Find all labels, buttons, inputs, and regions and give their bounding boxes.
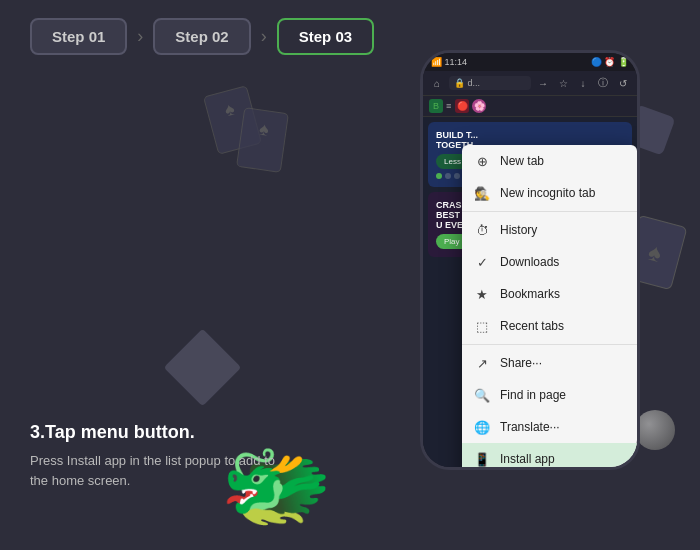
step-3-button[interactable]: Step 03 (277, 18, 374, 55)
downloads-icon: ✓ (474, 254, 490, 270)
menu-item-recent-tabs[interactable]: ⬚ Recent tabs (462, 310, 637, 342)
sphere-deco (635, 410, 675, 450)
menu-item-bookmarks[interactable]: ★ Bookmarks (462, 278, 637, 310)
bookmarks-icon: ★ (474, 286, 490, 302)
reload-icon[interactable]: ↺ (615, 75, 631, 91)
phone: 📶 11:14 🔵 ⏰ 🔋 ⌂ 🔒 d... → ☆ ↓ ⓘ ↺ B ≡ (420, 50, 640, 470)
steps-bar: Step 01 › Step 02 › Step 03 (0, 0, 700, 73)
tab-1[interactable]: B ≡ (429, 99, 451, 113)
menu-item-new-tab[interactable]: ⊕ New tab (462, 145, 637, 177)
menu-item-recent-tabs-label: Recent tabs (500, 319, 564, 333)
menu-item-new-tab-label: New tab (500, 154, 544, 168)
tab-2-icon: 🔴 (455, 99, 469, 113)
context-menu: ⊕ New tab 🕵 New incognito tab ⏱ History … (462, 145, 637, 467)
info-icon[interactable]: ⓘ (595, 75, 611, 91)
menu-item-incognito-label: New incognito tab (500, 186, 595, 200)
menu-item-history-label: History (500, 223, 537, 237)
menu-item-find-in-page[interactable]: 🔍 Find in page (462, 379, 637, 411)
step-1-button[interactable]: Step 01 (30, 18, 127, 55)
browser-content: BUILD T...TOGETH... Less Pla... CRASH G.… (423, 117, 637, 467)
tab-1-icon: B (429, 99, 443, 113)
tabs-bar: B ≡ 🔴 🌸 (423, 96, 637, 117)
bottom-text-block: 3.Tap menu button. Press Install app in … (30, 422, 290, 490)
step-2-button[interactable]: Step 02 (153, 18, 250, 55)
history-icon: ⏱ (474, 222, 490, 238)
menu-item-find-label: Find in page (500, 388, 566, 402)
menu-item-new-incognito[interactable]: 🕵 New incognito tab (462, 177, 637, 209)
new-tab-icon: ⊕ (474, 153, 490, 169)
bottom-description: Press Install app in the list popup to a… (30, 451, 290, 490)
menu-item-history[interactable]: ⏱ History (462, 214, 637, 246)
browser-nav: ⌂ 🔒 d... → ☆ ↓ ⓘ ↺ (423, 71, 637, 96)
phone-wrapper: 📶 11:14 🔵 ⏰ 🔋 ⌂ 🔒 d... → ☆ ↓ ⓘ ↺ B ≡ (420, 50, 640, 470)
home-icon[interactable]: ⌂ (429, 75, 445, 91)
share-icon: ↗ (474, 355, 490, 371)
url-bar[interactable]: 🔒 d... (449, 76, 531, 90)
card-deco-2: ♠ (236, 107, 289, 173)
tab-2[interactable]: 🔴 🌸 (455, 99, 486, 113)
menu-item-install-label: Install app (500, 452, 555, 466)
recent-tabs-icon: ⬚ (474, 318, 490, 334)
diamond-deco (164, 329, 242, 407)
install-app-icon: 📱 (474, 451, 490, 467)
menu-item-bookmarks-label: Bookmarks (500, 287, 560, 301)
menu-item-downloads[interactable]: ✓ Downloads (462, 246, 637, 278)
menu-item-downloads-label: Downloads (500, 255, 559, 269)
menu-item-share-label: Share··· (500, 356, 542, 370)
translate-icon: 🌐 (474, 419, 490, 435)
download-icon[interactable]: ↓ (575, 75, 591, 91)
tab-2-extra: 🌸 (472, 99, 486, 113)
star-icon[interactable]: ☆ (555, 75, 571, 91)
menu-item-translate[interactable]: 🌐 Translate··· (462, 411, 637, 443)
dot-3 (454, 173, 460, 179)
menu-divider-2 (462, 344, 637, 345)
dot-2 (445, 173, 451, 179)
menu-divider-1 (462, 211, 637, 212)
find-icon: 🔍 (474, 387, 490, 403)
forward-icon[interactable]: → (535, 75, 551, 91)
dot-1 (436, 173, 442, 179)
tab-1-separator: ≡ (446, 101, 451, 111)
step-arrow-1: › (137, 26, 143, 47)
menu-item-install-app[interactable]: 📱 Install app (462, 443, 637, 467)
step-arrow-2: › (261, 26, 267, 47)
incognito-icon: 🕵 (474, 185, 490, 201)
bottom-heading: 3.Tap menu button. (30, 422, 290, 443)
menu-item-share[interactable]: ↗ Share··· (462, 347, 637, 379)
browser: 📶 11:14 🔵 ⏰ 🔋 ⌂ 🔒 d... → ☆ ↓ ⓘ ↺ B ≡ (423, 53, 637, 467)
menu-item-translate-label: Translate··· (500, 420, 560, 434)
